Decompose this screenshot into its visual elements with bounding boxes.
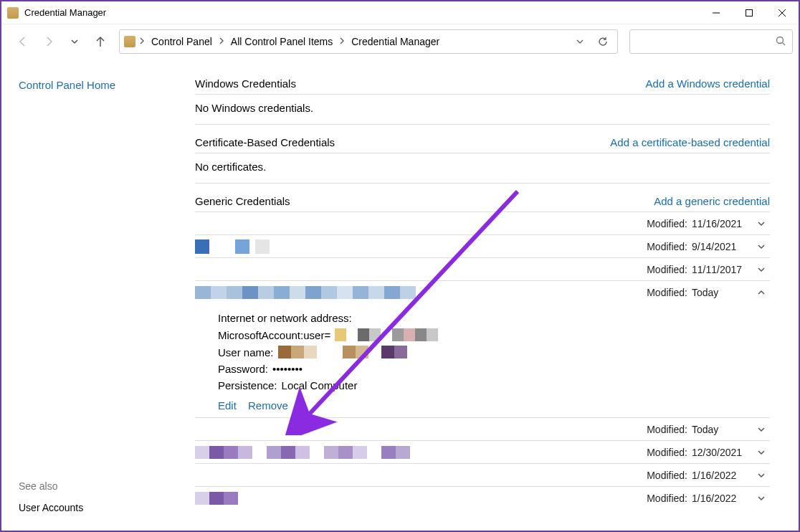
location-icon — [124, 36, 135, 47]
credential-row[interactable]: Modified: Today — [195, 418, 770, 441]
redacted-content — [335, 328, 438, 341]
cert-credentials-empty: No certificates. — [195, 153, 770, 184]
forward-button[interactable] — [36, 30, 62, 53]
sidebar: Control Panel Home See also User Account… — [1, 59, 195, 532]
minimize-button[interactable] — [700, 1, 733, 24]
redacted-content — [195, 286, 416, 299]
main-content: Windows Credentials Add a Windows creden… — [195, 59, 799, 532]
chevron-down-icon[interactable] — [753, 265, 770, 275]
navbar: Control Panel All Control Panel Items Cr… — [1, 24, 799, 59]
persistence-value: Local Computer — [282, 379, 358, 391]
chevron-down-icon[interactable] — [753, 219, 770, 229]
chevron-down-icon[interactable] — [753, 470, 770, 480]
username-label: User name: — [218, 346, 274, 358]
history-dropdown-button[interactable] — [570, 32, 590, 52]
user-accounts-link[interactable]: User Accounts — [19, 502, 178, 513]
breadcrumb-item[interactable]: Control Panel — [148, 34, 215, 49]
add-generic-credential-link[interactable]: Add a generic credential — [654, 195, 770, 207]
generic-credentials-heading: Generic Credentials — [195, 195, 290, 207]
credential-row[interactable]: Modified: 11/16/2021 — [195, 212, 770, 235]
credential-row[interactable]: Modified: 1/16/2022 — [195, 487, 770, 510]
address-bar[interactable]: Control Panel All Control Panel Items Cr… — [119, 29, 618, 54]
edit-link[interactable]: Edit — [218, 399, 237, 412]
search-icon[interactable] — [775, 35, 786, 49]
recent-locations-button[interactable] — [62, 30, 87, 53]
app-icon — [7, 7, 19, 19]
credential-row[interactable]: Modified: 12/30/2021 — [195, 441, 770, 464]
redacted-content — [278, 346, 407, 358]
cert-credentials-heading: Certificate-Based Credentials — [195, 136, 335, 148]
chevron-down-icon[interactable] — [753, 424, 770, 434]
address-label: Internet or network address: — [218, 312, 352, 324]
back-button[interactable] — [10, 30, 36, 53]
add-cert-credential-link[interactable]: Add a certificate-based credential — [610, 136, 770, 148]
svg-point-5 — [777, 37, 784, 43]
up-button[interactable] — [87, 30, 113, 53]
maximize-button[interactable] — [733, 1, 766, 24]
credential-row[interactable]: Modified: 11/11/2017 — [195, 258, 770, 281]
redacted-content — [195, 446, 410, 459]
window-title: Credential Manager — [24, 7, 700, 18]
address-value-prefix: MicrosoftAccount:user= — [218, 329, 330, 341]
close-button[interactable] — [766, 1, 799, 24]
windows-credentials-empty: No Windows credentials. — [195, 95, 770, 125]
titlebar: Credential Manager — [1, 1, 799, 24]
redacted-content — [255, 239, 270, 254]
search-box[interactable] — [629, 29, 793, 54]
redacted-content — [195, 239, 209, 254]
windows-credentials-heading: Windows Credentials — [195, 77, 296, 90]
persistence-label: Persistence: — [218, 379, 277, 391]
password-value: •••••••• — [272, 363, 303, 375]
redacted-content — [195, 492, 238, 505]
see-also-heading: See also — [19, 480, 178, 492]
svg-rect-1 — [746, 9, 753, 16]
refresh-button[interactable] — [593, 32, 613, 52]
svg-line-6 — [783, 42, 786, 45]
remove-link[interactable]: Remove — [248, 399, 288, 412]
chevron-down-icon[interactable] — [753, 447, 770, 457]
breadcrumb-item[interactable]: Credential Manager — [348, 34, 442, 49]
credential-row-expanded[interactable]: Modified: Today — [195, 281, 770, 304]
credential-details: Internet or network address: MicrosoftAc… — [195, 304, 770, 418]
breadcrumb-item[interactable]: All Control Panel Items — [228, 34, 335, 49]
password-label: Password: — [218, 363, 268, 375]
search-input[interactable] — [636, 36, 775, 47]
chevron-right-icon[interactable] — [138, 36, 146, 47]
chevron-down-icon[interactable] — [753, 242, 770, 252]
redacted-content — [235, 239, 249, 254]
credential-row[interactable]: Modified: 1/16/2022 — [195, 464, 770, 487]
chevron-down-icon[interactable] — [753, 493, 770, 503]
add-windows-credential-link[interactable]: Add a Windows credential — [646, 77, 770, 90]
control-panel-home-link[interactable]: Control Panel Home — [19, 79, 178, 91]
chevron-right-icon[interactable] — [338, 36, 346, 47]
chevron-right-icon[interactable] — [218, 36, 225, 47]
chevron-up-icon[interactable] — [753, 288, 770, 298]
credential-row[interactable]: Modified: 9/14/2021 — [195, 235, 770, 258]
